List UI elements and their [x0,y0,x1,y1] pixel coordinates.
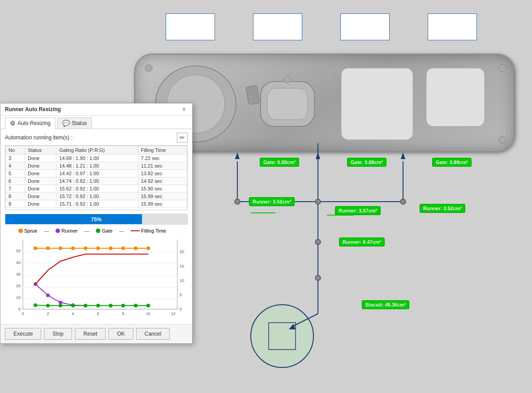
svg-point-85 [96,304,100,307]
svg-point-21 [251,305,313,367]
execute-button[interactable]: Execute [5,328,41,340]
chart-area: Gating Area [cm2] Filling Time [sec] 0 1… [5,235,188,320]
data-table: No Status Gating Ratio (P:R:G) Filling T… [5,146,187,208]
svg-point-72 [59,301,62,304]
dialog-content: Automation running item(s) : ✏ No Status… [0,129,192,324]
chart-svg: Gating Area [cm2] Filling Time [sec] 0 1… [5,235,189,320]
svg-point-5 [284,76,291,83]
sprue-dot [18,229,23,233]
svg-point-67 [121,246,125,250]
tab-auto-resizing[interactable]: ⚙ Auto Resizing [5,117,56,129]
automation-label-row: Automation running item(s) : ✏ [5,133,188,143]
runner-diagram-svg [193,143,532,393]
svg-rect-7 [426,68,485,126]
svg-text:0: 0 [180,307,182,311]
dialog-tabs: ⚙ Auto Resizing 💬 Status [0,116,192,129]
svg-point-25 [235,199,240,204]
svg-point-81 [46,304,50,307]
dialog-close-button[interactable]: × [180,106,188,112]
table-cell-status: Done [25,193,56,200]
legend-filling-time: Filling Time [131,228,166,233]
filling-time-line [131,230,140,231]
svg-point-80 [34,303,37,307]
svg-marker-18 [316,152,320,159]
gate-tag-2: Gate: 0.88cm² [347,158,386,167]
sprue-label: Sprue [24,228,37,233]
svg-point-69 [146,246,150,250]
cancel-button[interactable]: Cancel [136,328,170,340]
table-row: 4Done14.48 : 1.21 : 1.0011.21 sec [6,162,187,170]
table-cell-status: Done [25,162,56,170]
svg-text:5: 5 [180,293,182,297]
gate-label: Gate [102,228,112,233]
svg-point-63 [71,246,75,250]
svg-text:10: 10 [180,278,184,283]
ok-button[interactable]: OK [108,328,133,340]
svg-text:0: 0 [21,311,24,316]
svg-point-89 [146,304,150,307]
svg-point-71 [46,294,50,297]
table-cell-status: Done [25,170,56,177]
runner-label: Runner [61,228,77,233]
table-cell-status: Done [25,200,56,208]
gate-tag-1: Gate: 0.88cm² [260,158,299,167]
svg-point-10 [499,65,506,72]
svg-point-82 [59,304,62,307]
svg-text:8: 8 [122,311,124,316]
tab-status[interactable]: 💬 Status [57,117,92,129]
svg-text:50: 50 [16,249,21,253]
svg-text:10: 10 [146,311,150,316]
svg-text:20: 20 [16,284,21,288]
table-cell-filling_time: 15.99 sec [138,200,187,208]
dialog-title: Runner Auto Resizing [5,106,61,112]
table-cell-filling_time: 15.90 sec [138,185,187,193]
table-cell-no: 6 [6,177,25,185]
svg-point-83 [71,304,75,307]
svg-text:0: 0 [18,307,21,311]
svg-text:20: 20 [180,250,184,254]
svg-point-8 [145,65,152,72]
runner-auto-resizing-dialog: Runner Auto Resizing × ⚙ Auto Resizing 💬… [0,103,193,344]
svg-point-26 [315,199,321,204]
progress-bar-container: 75% [5,214,188,225]
table-row: 6Done14.74 : 0.92 : 1.0014.92 sec [6,177,187,185]
connector-box-4 [428,13,477,40]
legend-separator-1: — [43,228,50,233]
table-cell-gating_ratio: 15.62 : 0.92 : 1.00 [56,185,138,193]
dialog-buttons: Execute Stop Reset OK Cancel [0,324,192,343]
table-cell-gating_ratio: 15.71 : 0.92 : 1.00 [56,200,138,208]
table-container[interactable]: No Status Gating Ratio (P:R:G) Filling T… [5,145,188,210]
edit-icon-button[interactable]: ✏ [177,133,188,143]
svg-text:40: 40 [16,260,21,265]
table-cell-filling_time: 14.92 sec [138,177,187,185]
svg-text:12: 12 [171,311,176,316]
svg-rect-3 [267,88,308,120]
stop-button[interactable]: Stop [44,328,72,340]
chart-legend: Sprue — Runner — Gate — Filling Time [5,228,188,233]
svg-text:2: 2 [47,311,49,316]
col-filling-time: Filling Time [138,146,187,155]
svg-text:6: 6 [97,311,99,316]
table-row: 5Done14.42 : 0.97 : 1.0013.82 sec [6,170,187,177]
connector-box-3 [340,13,390,40]
automation-label-text: Automation running item(s) : [5,134,73,141]
gate-dot [96,229,100,233]
svg-point-84 [84,304,87,307]
table-cell-no: 4 [6,162,25,170]
svg-marker-17 [235,152,240,159]
biscuit-tag: Biscuit: 45.36cm² [362,300,409,309]
table-cell-no: 3 [6,155,25,162]
table-cell-gating_ratio: 14.42 : 0.97 : 1.00 [56,170,138,177]
table-cell-no: 5 [6,170,25,177]
svg-rect-4 [246,85,260,105]
table-cell-gating_ratio: 14.74 : 0.92 : 1.00 [56,177,138,185]
runner-tag-3: Runner: 3.52cm² [420,204,465,213]
svg-point-11 [499,136,506,143]
svg-point-86 [109,304,112,307]
runner-dot [56,229,60,233]
runner-tag-4: Runner: 6.47cm² [339,238,385,246]
table-cell-no: 8 [6,193,25,200]
reset-button[interactable]: Reset [75,328,106,340]
svg-point-87 [121,304,125,307]
table-row: 3Done14.69 : 1.90 : 1.007.22 sec [6,155,187,162]
